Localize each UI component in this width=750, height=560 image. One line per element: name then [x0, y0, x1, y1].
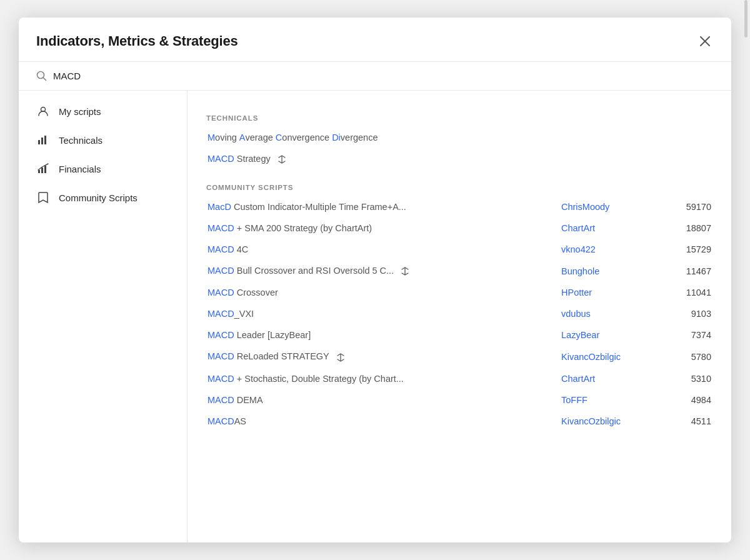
result-name: MACD Crossover	[208, 288, 561, 298]
result-row[interactable]: MACD Strategy	[206, 148, 712, 170]
result-author[interactable]: vdubus	[561, 309, 668, 319]
sidebar-item-financials[interactable]: Financials	[22, 155, 183, 182]
result-row[interactable]: MACD DEMA ToFFF 4984	[206, 389, 712, 411]
result-count: 59170	[668, 202, 711, 212]
result-name: MACD + Stochastic, Double Strategy (by C…	[208, 374, 561, 384]
bookmark-icon	[36, 191, 50, 204]
result-count: 5310	[668, 374, 711, 384]
result-count: 11467	[668, 266, 711, 276]
search-icon	[36, 71, 47, 81]
result-row[interactable]: Moving Average Convergence Divergence	[206, 127, 712, 148]
sidebar-item-community-scripts-label: Community Scripts	[59, 192, 138, 203]
bar-chart-icon	[36, 133, 50, 147]
result-name: MACD DEMA	[208, 395, 561, 405]
result-row[interactable]: MACD + Stochastic, Double Strategy (by C…	[206, 368, 712, 389]
result-author[interactable]: HPotter	[561, 288, 668, 298]
result-author[interactable]: KivancOzbilgic	[561, 352, 668, 362]
result-name: MACD Leader [LazyBear]	[208, 330, 561, 340]
result-author[interactable]: KivancOzbilgic	[561, 416, 668, 426]
result-name: MACD Bull Crossover and RSI Oversold 5 C…	[208, 266, 561, 276]
result-author[interactable]: ChartArt	[561, 374, 668, 384]
result-count: 15729	[668, 244, 711, 254]
sidebar-item-my-scripts-label: My scripts	[59, 106, 101, 117]
svg-rect-5	[38, 140, 40, 144]
result-row[interactable]: MACD ReLoaded STRATEGY KivancOzbilgic 57…	[206, 346, 712, 368]
close-icon	[699, 35, 711, 48]
result-author[interactable]: Bunghole	[561, 266, 668, 276]
svg-line-3	[43, 78, 46, 80]
result-author[interactable]: ChartArt	[561, 223, 668, 233]
result-row[interactable]: MACD Bull Crossover and RSI Oversold 5 C…	[206, 260, 712, 282]
strategy-icon	[335, 352, 346, 362]
financials-icon	[36, 162, 50, 176]
sidebar-item-community-scripts[interactable]: Community Scripts	[22, 184, 183, 211]
community-scripts-section: COMMUNITY SCRIPTS MacD Custom Indicator-…	[206, 184, 712, 431]
result-count: 18807	[668, 223, 711, 233]
content-area: TECHNICALS Moving Average Convergence Di…	[188, 91, 731, 542]
result-count: 9103	[668, 309, 711, 319]
sidebar-item-technicals-label: Technicals	[59, 135, 102, 146]
result-name: MACD + SMA 200 Strategy (by ChartArt)	[208, 223, 561, 233]
result-name: MACD ReLoaded STRATEGY	[208, 351, 561, 362]
modal: Indicators, Metrics & Strategies	[19, 18, 731, 542]
result-row[interactable]: MacD Custom Indicator-Multiple Time Fram…	[206, 196, 712, 218]
close-button[interactable]	[696, 32, 714, 50]
technicals-section: TECHNICALS Moving Average Convergence Di…	[206, 114, 712, 170]
result-row[interactable]: MACD 4C vkno422 15729	[206, 239, 712, 260]
svg-rect-10	[41, 168, 43, 173]
person-icon	[36, 104, 50, 118]
result-count: 7374	[668, 330, 711, 340]
result-count: 5780	[668, 352, 711, 362]
result-row[interactable]: MACD Leader [LazyBear] LazyBear 7374	[206, 324, 712, 346]
modal-title: Indicators, Metrics & Strategies	[36, 33, 238, 49]
result-row[interactable]: MACD Crossover HPotter 11041	[206, 282, 712, 303]
result-author[interactable]: LazyBear	[561, 330, 668, 340]
result-name: MACD Strategy	[208, 154, 711, 164]
result-author[interactable]: vkno422	[561, 244, 668, 254]
strategy-icon	[276, 154, 288, 164]
technicals-section-label: TECHNICALS	[206, 114, 712, 122]
result-count: 11041	[668, 288, 711, 298]
sidebar-item-my-scripts[interactable]: My scripts	[22, 98, 183, 125]
svg-rect-6	[41, 138, 43, 144]
search-input[interactable]	[53, 71, 714, 81]
community-scripts-section-label: COMMUNITY SCRIPTS	[206, 184, 712, 191]
strategy-icon	[399, 266, 411, 276]
result-author[interactable]: ToFFF	[561, 395, 668, 405]
sidebar: My scripts Technicals	[19, 91, 188, 542]
modal-body: My scripts Technicals	[19, 91, 731, 542]
result-name: MACD 4C	[208, 244, 561, 254]
modal-header: Indicators, Metrics & Strategies	[19, 18, 731, 62]
svg-rect-9	[38, 170, 40, 173]
result-count: 4511	[668, 416, 711, 426]
svg-rect-7	[44, 136, 46, 144]
result-name: MACDAS	[208, 416, 561, 426]
result-name: MACD_VXI	[208, 309, 561, 319]
result-name: Moving Average Convergence Divergence	[208, 132, 711, 142]
result-row[interactable]: MACD_VXI vdubus 9103	[206, 303, 712, 324]
search-bar	[19, 62, 731, 91]
result-author[interactable]: ChrisMoody	[561, 202, 668, 212]
sidebar-item-technicals[interactable]: Technicals	[22, 126, 183, 154]
result-row[interactable]: MACD + SMA 200 Strategy (by ChartArt) Ch…	[206, 218, 712, 239]
svg-rect-8	[38, 138, 40, 139]
result-row[interactable]: MACDAS KivancOzbilgic 4511	[206, 411, 712, 432]
result-count: 4984	[668, 395, 711, 405]
svg-rect-11	[44, 166, 46, 173]
result-name: MacD Custom Indicator-Multiple Time Fram…	[208, 202, 561, 212]
sidebar-item-financials-label: Financials	[59, 164, 101, 174]
